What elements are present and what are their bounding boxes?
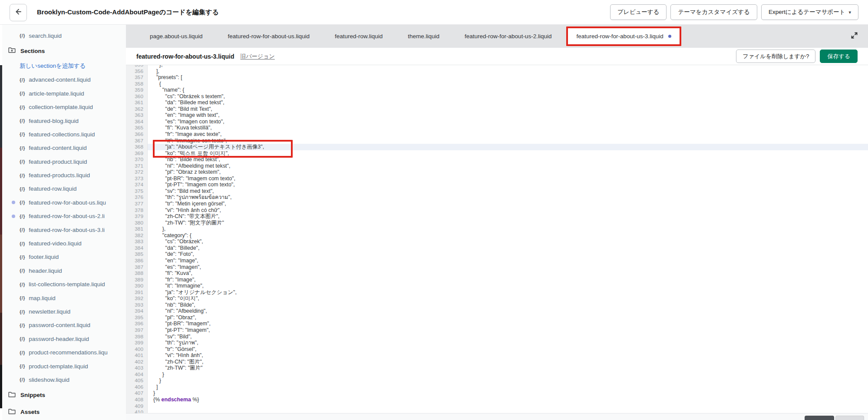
sidebar-item-featured-row-for-about-us-liqu[interactable]: {/}featured-row-for-about-us.liqu xyxy=(2,196,126,209)
sidebar-item-map-liquid[interactable]: {/}map.liquid xyxy=(2,291,126,304)
code-line-text[interactable]: "it": "Immagine con testo", xyxy=(148,138,868,144)
sidebar-item-product-recommendations-liqu[interactable]: {/}product-recommendations.liqu xyxy=(2,346,126,359)
tab-featured-row-for-about-us-liquid[interactable]: featured-row-for-about-us.liquid xyxy=(215,33,322,40)
code-line-text[interactable]: "da": "Billede med tekst", xyxy=(148,99,868,106)
code-line-text[interactable]: } xyxy=(148,390,868,397)
code-line-text[interactable]: "en": "Image", xyxy=(148,258,868,264)
sidebar-item-featured-product-liquid[interactable]: {/}featured-product.liquid xyxy=(2,155,126,169)
code-line-text[interactable]: "de": "Foto", xyxy=(148,251,868,258)
tab-page-about-us-liquid[interactable]: page.about-us.liquid xyxy=(137,33,215,40)
code-line-text[interactable]: "zh-TW": "圖片" xyxy=(148,365,868,371)
sidebar-item-featured-video-liquid[interactable]: {/}featured-video.liquid xyxy=(2,237,126,250)
code-line-text[interactable]: "ja": "オリジナルセクション", xyxy=(148,289,868,296)
code-line-text[interactable]: "category": { xyxy=(148,232,868,239)
code-line-text[interactable]: "es": "Imagen con texto", xyxy=(148,119,868,125)
code-line-text[interactable]: "cs": "Obrázek s textem", xyxy=(148,93,868,100)
code-line-text[interactable]: "da": "Billede", xyxy=(148,245,868,251)
code-line-text[interactable]: "sv": "Bild med text", xyxy=(148,188,868,195)
sidebar-item-featured-row-for-about-us-2-li[interactable]: {/}featured-row-for-about-us-2.li xyxy=(2,209,126,223)
code-line-text[interactable]: "ko": "이미지", xyxy=(148,295,868,302)
code-line-text[interactable]: } xyxy=(148,377,868,384)
sidebar-item-slideshow-liquid[interactable]: {/}slideshow.liquid xyxy=(2,373,126,387)
code-line-text[interactable]: "de": "Bild mit Text", xyxy=(148,106,868,112)
code-line-text[interactable]: "tr": "Metin içeren görsel", xyxy=(148,201,868,207)
code-line-text[interactable]: { xyxy=(148,81,868,87)
code-line-text[interactable]: "zh-CN": "图片", xyxy=(148,359,868,365)
sidebar-folder-snippets[interactable]: Snippets xyxy=(2,387,126,403)
preview-button[interactable]: プレビューする xyxy=(610,4,667,20)
code-line-text[interactable]: "presets": [ xyxy=(148,74,868,81)
code-line-text[interactable]: "nb": "Bilde", xyxy=(148,302,868,308)
code-editor[interactable]: 355 },356 ],357 "presets": [358 {359 "na… xyxy=(126,65,868,413)
save-button[interactable]: 保存する xyxy=(820,50,858,63)
code-line-text[interactable]: "en": "Image with text", xyxy=(148,112,868,119)
customize-theme-button[interactable]: テーマをカスタマイズする xyxy=(670,4,757,20)
code-line-text[interactable]: "pt-BR": "Imagem", xyxy=(148,321,868,327)
delete-file-button[interactable]: ファイルを削除しますか? xyxy=(736,50,815,63)
code-line-text[interactable]: "vi": "Hình ảnh", xyxy=(148,352,868,359)
sidebar-item-featured-row-liquid[interactable]: {/}featured-row.liquid xyxy=(2,182,126,195)
sidebar-item-featured-collections-liquid[interactable]: {/}featured-collections.liquid xyxy=(2,128,126,141)
code-line-text[interactable]: "pl": "Obraz z tekstem", xyxy=(148,169,868,175)
code-line-text[interactable]: "es": "Imagen", xyxy=(148,264,868,271)
old-versions-link[interactable]: 旧バージョン xyxy=(241,53,275,60)
sidebar-item-featured-content-liquid[interactable]: {/}featured-content.liquid xyxy=(2,141,126,155)
sidebar-item-footer-liquid[interactable]: {/}footer.liquid xyxy=(2,250,126,264)
code-line-text[interactable]: "zh-TW": "附文字的圖片" xyxy=(148,220,868,226)
code-line-text[interactable]: "fr": "Image", xyxy=(148,277,868,283)
sidebar-folder-assets[interactable]: Assets xyxy=(2,403,126,420)
back-button[interactable] xyxy=(10,4,27,21)
code-line-text[interactable]: "nl": "Afbeelding", xyxy=(148,308,868,314)
sidebar-item-password-content-liquid[interactable]: {/}password-content.liquid xyxy=(2,318,126,332)
code-line-text[interactable]: "nl": "Afbeelding met tekst", xyxy=(148,163,868,169)
code-line-text[interactable]: ], xyxy=(148,68,868,75)
sidebar-item-advanced-content-liquid[interactable]: {/}advanced-content.liquid xyxy=(2,73,126,86)
sidebar-folder-sections[interactable]: Sections xyxy=(2,43,126,60)
code-line-text[interactable]: "pt-PT": "Imagem", xyxy=(148,327,868,334)
sidebar-item-header-liquid[interactable]: {/}header.liquid xyxy=(2,264,126,278)
sidebar-item-article-template-liquid[interactable]: {/}article-template.liquid xyxy=(2,87,126,100)
tab-featured-row-liquid[interactable]: featured-row.liquid xyxy=(322,33,395,40)
code-line-text[interactable] xyxy=(148,403,868,410)
code-line-text[interactable]: }, xyxy=(148,226,868,232)
sidebar-item-featured-products-liquid[interactable]: {/}featured-products.liquid xyxy=(2,169,126,182)
sidebar-item-list-collections-template-liquid[interactable]: {/}list-collections-template.liquid xyxy=(2,278,126,291)
sidebar-item-password-header-liquid[interactable]: {/}password-header.liquid xyxy=(2,332,126,346)
sidebar-item-product-template-liquid[interactable]: {/}product-template.liquid xyxy=(2,359,126,373)
code-line-text[interactable]: "tr": "Görsel", xyxy=(148,346,868,353)
code-line-text[interactable]: "th": "รูปภาพพร้อมข้อความ", xyxy=(148,194,868,201)
code-line-text[interactable]: "vi": "Hình ảnh có chữ", xyxy=(148,207,868,214)
sidebar-item-featured-row-for-about-us-3-li[interactable]: {/}featured-row-for-about-us-3.li xyxy=(2,223,126,236)
code-line-text[interactable]: "pt-BR": "Imagem com texto", xyxy=(148,175,868,182)
code-line-text[interactable]: {% endschema %} xyxy=(148,397,868,403)
bottom-widget-light[interactable] xyxy=(835,416,864,420)
bottom-widget-dark[interactable] xyxy=(805,416,834,420)
code-line-text[interactable]: "cs": "Obrázek", xyxy=(148,238,868,245)
expert-theme-support-button[interactable]: Expertによるテーマサポート ▾ xyxy=(761,4,858,20)
tab-theme-liquid[interactable]: theme.liquid xyxy=(395,33,452,40)
code-line-text[interactable]: "fi": "Kuva tekstillä", xyxy=(148,125,868,131)
code-line-text[interactable]: "pt-PT": "Imagem com texto", xyxy=(148,182,868,188)
code-line-text[interactable]: "ko": "텍스트 포함 이미지", xyxy=(148,150,868,157)
sidebar-item-collection-template-liquid[interactable]: {/}collection-template.liquid xyxy=(2,100,126,114)
code-line-text[interactable]: ] xyxy=(148,384,868,390)
sidebar-item-search-liquid[interactable]: {/}search.liquid xyxy=(2,29,126,42)
code-line-text[interactable]: "zh-CN": "带文本图片", xyxy=(148,213,868,220)
code-line-text[interactable]: "name": { xyxy=(148,87,868,93)
code-line-text[interactable]: "it": "Immagine", xyxy=(148,283,868,289)
code-line-text[interactable]: "nb": "Bilde med tekst", xyxy=(148,156,868,163)
sidebar-item-newsletter-liquid[interactable]: {/}newsletter.liquid xyxy=(2,305,126,318)
code-line-text[interactable]: "pl": "Obraz", xyxy=(148,314,868,321)
expand-editor-button[interactable] xyxy=(850,31,858,41)
sidebar-item-partial[interactable]: {/} xyxy=(2,25,126,29)
add-section-link[interactable]: 新しいsectionを追加する xyxy=(2,60,126,73)
code-line-text[interactable] xyxy=(148,409,868,413)
code-line-text[interactable]: "sv": "Bild", xyxy=(148,334,868,340)
tab-featured-row-for-about-us-2-liquid[interactable]: featured-row-for-about-us-2.liquid xyxy=(452,33,564,40)
code-line-text[interactable]: } xyxy=(148,371,868,378)
tab-featured-row-for-about-us-3-liquid[interactable]: featured-row-for-about-us-3.liquid xyxy=(566,26,681,46)
code-line-text[interactable]: "th": "รูปภาพ", xyxy=(148,340,868,346)
code-line-text[interactable]: "fi": "Kuva", xyxy=(148,270,868,277)
code-line-text[interactable]: "fr": "Image avec texte", xyxy=(148,131,868,138)
code-line-text[interactable]: "ja": "Aboutページ用テキスト付き画像3", xyxy=(148,144,868,150)
